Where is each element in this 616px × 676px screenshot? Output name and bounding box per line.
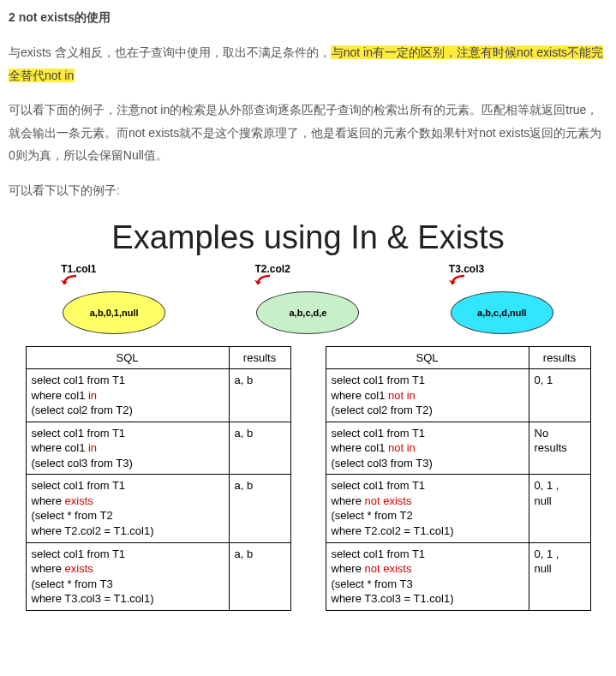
result-cell: a, b [229, 475, 290, 542]
result-cell: 0, 1 ,null [529, 542, 590, 610]
paragraph-3: 可以看下以下的例子: [9, 179, 607, 202]
sql-text: (select * from T3 [332, 577, 413, 590]
sql-keyword: not exists [365, 494, 412, 507]
sql-text: select col1 from T1 [332, 547, 426, 560]
oval-block: T1.col1 a,b,0,1,null [37, 263, 191, 334]
sql-text: where [32, 562, 65, 575]
left-table: SQLresultsselect col1 from T1where col1 … [26, 346, 291, 611]
sql-cell: select col1 from T1where exists(select *… [26, 475, 229, 542]
curved-arrow-icon [251, 273, 277, 295]
sql-text: (select * from T2 [332, 509, 413, 522]
ovals-row: T1.col1 a,b,0,1,nullT2.col2 a,b,c,d,eT3.… [17, 263, 599, 334]
sql-text: select col1 from T1 [332, 479, 426, 492]
sql-keyword: exists [65, 562, 93, 575]
table-row: select col1 from T1where not exists(sele… [326, 542, 590, 610]
result-cell: a, b [229, 422, 290, 475]
sql-text: select col1 from T1 [332, 374, 426, 386]
result-cell: a, b [229, 542, 290, 610]
data-oval: a,b,c,d,e [256, 291, 359, 334]
sql-text: (select col2 from T2) [332, 404, 433, 416]
data-oval: a,b,c,d,null [451, 291, 553, 334]
sql-text: where T3.col3 = T1.col1) [332, 592, 454, 605]
table-row: select col1 from T1where exists(select *… [26, 475, 290, 542]
sql-cell: select col1 from T1where col1 not in(sel… [326, 369, 529, 422]
sql-cell: select col1 from T1where col1 not in(sel… [326, 422, 529, 475]
table-row: select col1 from T1where col1 not in(sel… [326, 422, 590, 475]
sql-text: select col1 from T1 [32, 547, 126, 560]
sql-text: where col1 [32, 441, 88, 454]
table-row: select col1 from T1where not exists(sele… [326, 475, 590, 542]
table-header: SQL [326, 346, 529, 369]
sql-cell: select col1 from T1where not exists(sele… [326, 475, 529, 542]
sql-text: where T2.col2 = T1.col1) [32, 524, 154, 537]
oval-block: T3.col3 a,b,c,d,null [425, 263, 579, 334]
sql-text: where [332, 562, 365, 575]
sql-text: (select * from T3 [32, 577, 113, 590]
sql-text: where T2.col2 = T1.col1) [332, 524, 454, 537]
sql-text: where T3.col3 = T1.col1) [32, 592, 154, 605]
table-row: select col1 from T1where col1 in(select … [26, 422, 290, 475]
paragraph-2: 可以看下面的例子，注意not in的检索是从外部查询逐条匹配子查询的检索出所有的… [9, 99, 607, 167]
sql-cell: select col1 from T1where col1 in(select … [26, 422, 229, 475]
sql-text: select col1 from T1 [32, 479, 126, 492]
sql-keyword: not exists [365, 562, 412, 575]
sql-text: select col1 from T1 [32, 374, 126, 386]
sql-cell: select col1 from T1where exists(select *… [26, 542, 229, 610]
sql-text: (select col3 from T3) [332, 457, 433, 470]
oval-block: T2.col2 a,b,c,d,e [230, 263, 385, 334]
table-header: SQL [26, 346, 229, 369]
table-header: results [229, 346, 290, 369]
section-heading: 2 not exists的使用 [9, 10, 607, 26]
sql-keyword: in [88, 441, 97, 454]
result-cell: 0, 1 [529, 369, 590, 422]
sql-text: where [32, 494, 65, 507]
sql-cell: select col1 from T1where col1 in(select … [26, 369, 229, 422]
table-row: select col1 from T1where col1 not in(sel… [326, 369, 590, 422]
examples-figure: Examples using In & Exists T1.col1 a,b,0… [9, 219, 607, 611]
right-table: SQLresultsselect col1 from T1where col1 … [326, 346, 591, 611]
result-cell: a, b [229, 369, 290, 422]
result-cell: Noresults [529, 422, 590, 475]
sql-text: select col1 from T1 [32, 427, 126, 440]
sql-keyword: not in [388, 441, 416, 454]
para1-text: 与exists 含义相反，也在子查询中使用，取出不满足条件的， [9, 45, 331, 59]
paragraph-1: 与exists 含义相反，也在子查询中使用，取出不满足条件的，与not in有一… [9, 41, 607, 87]
sql-text: where [332, 494, 365, 507]
sql-text: (select col3 from T3) [32, 457, 133, 470]
sql-keyword: in [88, 389, 97, 402]
sql-text: select col1 from T1 [332, 427, 426, 440]
sql-text: (select col2 from T2) [32, 404, 133, 416]
sql-cell: select col1 from T1where not exists(sele… [326, 542, 529, 610]
curved-arrow-icon [446, 273, 471, 295]
sql-text: (select * from T2 [32, 509, 113, 522]
sql-keyword: exists [65, 494, 93, 507]
table-header: results [529, 346, 590, 369]
data-oval: a,b,0,1,null [63, 291, 165, 334]
tables-row: SQLresultsselect col1 from T1where col1 … [17, 346, 599, 611]
sql-text: where col1 [332, 441, 388, 454]
curved-arrow-icon [57, 273, 83, 295]
table-row: select col1 from T1where col1 in(select … [26, 369, 290, 422]
result-cell: 0, 1 ,null [529, 475, 590, 542]
table-row: select col1 from T1where exists(select *… [26, 542, 290, 610]
sql-text: where col1 [32, 389, 88, 402]
sql-keyword: not in [388, 389, 416, 402]
figure-title: Examples using In & Exists [17, 219, 599, 256]
sql-text: where col1 [332, 389, 388, 402]
